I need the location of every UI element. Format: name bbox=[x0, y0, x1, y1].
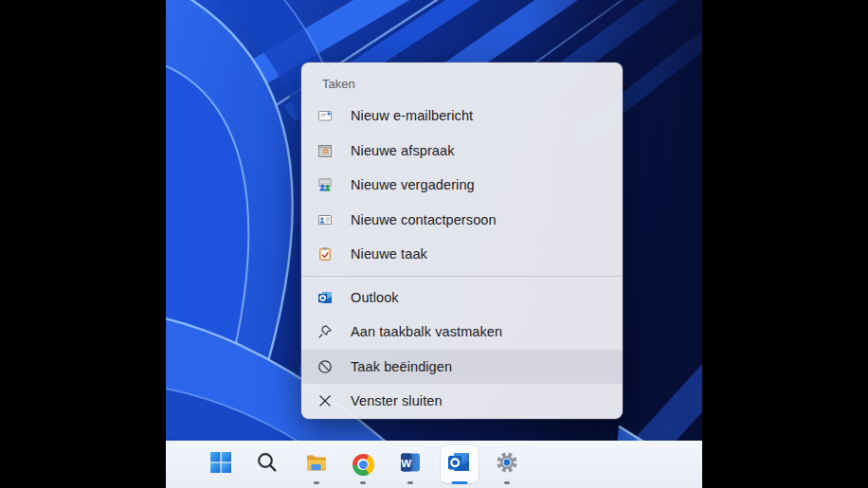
file-explorer-icon bbox=[305, 451, 328, 478]
menu-item-new-task[interactable]: Nieuwe taak bbox=[301, 237, 623, 272]
menu-item-new-email[interactable]: Nieuw e-mailbericht bbox=[301, 99, 623, 134]
new-meeting-icon bbox=[317, 177, 333, 192]
new-appointment-icon bbox=[317, 143, 333, 158]
pin-icon bbox=[317, 324, 333, 339]
windows-start-icon bbox=[209, 451, 232, 478]
chrome-button[interactable] bbox=[344, 445, 382, 483]
svg-text:W: W bbox=[401, 458, 411, 469]
running-indicator bbox=[504, 481, 510, 484]
word-button[interactable]: W bbox=[391, 445, 429, 483]
search-icon bbox=[256, 451, 279, 478]
new-email-icon bbox=[317, 108, 333, 123]
menu-item-new-contact[interactable]: Nieuwe contactpersoon bbox=[301, 203, 623, 238]
close-icon bbox=[317, 393, 333, 408]
menu-item-label: Venster sluiten bbox=[351, 393, 443, 408]
menu-separator bbox=[301, 276, 623, 277]
menu-item-label: Nieuwe afspraak bbox=[351, 143, 455, 158]
outlook-icon bbox=[317, 290, 333, 305]
search-button[interactable] bbox=[248, 445, 286, 483]
taskbar: W bbox=[166, 441, 702, 488]
menu-item-new-appointment[interactable]: Nieuwe afspraak bbox=[301, 134, 623, 169]
active-indicator bbox=[452, 481, 468, 484]
chrome-icon bbox=[353, 454, 374, 476]
menu-item-pin-to-taskbar[interactable]: Aan taakbalk vastmaken bbox=[301, 315, 623, 350]
running-indicator bbox=[407, 481, 413, 484]
outlook-icon bbox=[447, 450, 472, 479]
new-contact-icon bbox=[317, 212, 333, 227]
running-indicator bbox=[360, 481, 366, 484]
menu-item-label: Nieuwe vergadering bbox=[351, 177, 475, 192]
menu-item-label: Nieuw e-mailbericht bbox=[351, 108, 473, 123]
outlook-button[interactable] bbox=[441, 445, 479, 483]
menu-item-new-meeting[interactable]: Nieuwe vergadering bbox=[301, 168, 623, 203]
letterboxed-frame: Taken Nieuw e-mailbericht bbox=[0, 0, 868, 488]
menu-item-end-task[interactable]: Taak beëindigen bbox=[301, 350, 623, 385]
menu-item-label: Aan taakbalk vastmaken bbox=[351, 324, 502, 339]
file-explorer-button[interactable] bbox=[298, 445, 335, 483]
jumplist-menu: Taken Nieuw e-mailbericht bbox=[301, 63, 623, 419]
settings-gear-icon bbox=[496, 451, 518, 478]
menu-item-label: Outlook bbox=[351, 290, 399, 305]
menu-item-label: Nieuwe contactpersoon bbox=[351, 212, 497, 227]
word-icon: W bbox=[399, 451, 422, 478]
menu-item-close-window[interactable]: Venster sluiten bbox=[301, 384, 623, 419]
new-task-icon bbox=[317, 246, 333, 262]
end-task-icon bbox=[317, 359, 333, 374]
desktop: Taken Nieuw e-mailbericht bbox=[166, 0, 702, 488]
start-button[interactable] bbox=[202, 445, 240, 483]
menu-item-label: Taak beëindigen bbox=[351, 359, 452, 374]
jumplist-section-title: Taken bbox=[301, 68, 623, 99]
running-indicator bbox=[314, 481, 319, 484]
menu-item-outlook[interactable]: Outlook bbox=[301, 280, 623, 316]
settings-button[interactable] bbox=[488, 445, 526, 483]
menu-item-label: Nieuwe taak bbox=[351, 246, 427, 262]
